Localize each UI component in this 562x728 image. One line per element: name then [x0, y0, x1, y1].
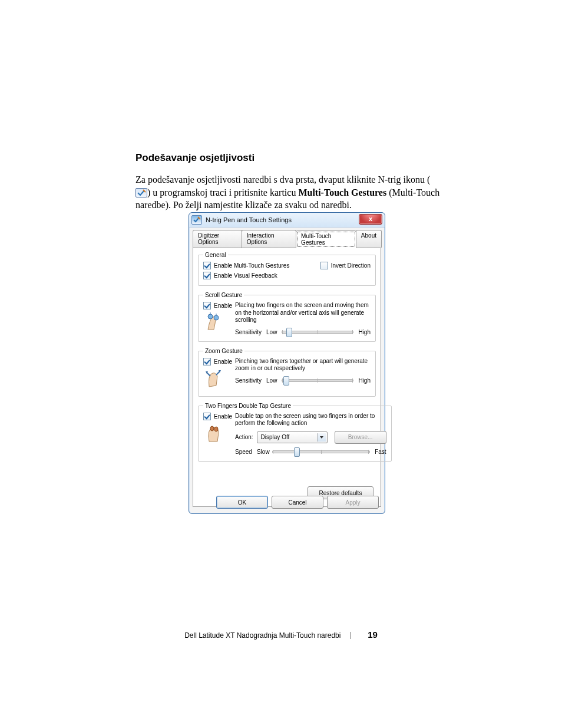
ntrig-app-icon: [191, 215, 202, 225]
svg-point-2: [208, 314, 213, 319]
scroll-sensitivity-slider[interactable]: [282, 331, 353, 334]
fast-label: Fast: [375, 449, 386, 455]
tab-interaction-options[interactable]: Interaction Options: [242, 230, 296, 248]
paragraph-text: Za podešavanje osjetljivosti naredbi s d…: [135, 174, 430, 185]
close-button[interactable]: x: [359, 214, 382, 225]
checkbox-enable-multitouch[interactable]: [203, 262, 211, 269]
group-legend: General: [203, 252, 228, 258]
tab-panel: General Enable Multi-Touch Gestures Inve…: [193, 248, 381, 507]
checkbox-zoom-enable[interactable]: [203, 358, 211, 365]
dropdown-value: Display Off: [261, 434, 290, 440]
checkbox-label: Enable Visual Feedback: [214, 272, 277, 279]
checkbox-scroll-enable[interactable]: [203, 302, 211, 309]
high-label: High: [358, 377, 371, 384]
page-number: 19: [368, 630, 378, 640]
paragraph-bold: Multi-Touch Gestures: [298, 187, 386, 197]
chevron-down-icon: [317, 433, 326, 442]
doubletap-description: Double tap on the screen using two finge…: [235, 413, 386, 427]
zoom-description: Pinching two fingers together or apart w…: [235, 358, 371, 373]
tab-digitizer-options[interactable]: Digitizer Options: [193, 230, 242, 248]
checkbox-label: Enable: [214, 302, 232, 309]
group-double-tap-gesture: Two Fingers Double Tap Gesture Enable Do…: [198, 403, 392, 462]
close-icon: x: [369, 215, 372, 222]
browse-button[interactable]: Browse...: [335, 431, 386, 444]
checkbox-enable-visual-feedback[interactable]: [203, 272, 211, 279]
zoom-gesture-icon: [203, 368, 224, 389]
tab-row: Digitizer Options Interaction Options Mu…: [189, 228, 385, 248]
svg-point-3: [214, 315, 219, 320]
checkbox-label: Enable: [214, 358, 232, 365]
tab-multi-touch-gestures[interactable]: Multi-Touch Gestures: [296, 230, 356, 248]
group-zoom-gesture: Zoom Gesture Enable Pinching two fi: [198, 348, 376, 397]
page-footer: Dell Latitude XT Nadogradnja Multi-Touch…: [0, 630, 562, 640]
group-legend: Scroll Gesture: [203, 292, 244, 298]
tab-about[interactable]: About: [356, 230, 382, 248]
footer-text: Dell Latitude XT Nadogradnja Multi-Touch…: [184, 631, 340, 640]
scroll-description: Placing two fingers on the screen and mo…: [235, 302, 371, 324]
cancel-button[interactable]: Cancel: [272, 496, 323, 509]
action-label: Action:: [235, 434, 253, 440]
high-label: High: [358, 329, 371, 335]
dialog-buttons: OK Cancel Apply: [216, 496, 379, 509]
ok-button[interactable]: OK: [216, 496, 268, 509]
group-legend: Zoom Gesture: [203, 348, 244, 354]
checkbox-label: Enable Multi-Touch Gestures: [214, 262, 289, 269]
checkbox-doubletap-enable[interactable]: [203, 413, 211, 420]
apply-button[interactable]: Apply: [327, 496, 379, 509]
checkbox-invert-direction[interactable]: [320, 262, 328, 269]
low-label: Low: [266, 329, 277, 335]
section-heading: Podešavanje osjetljivosti: [135, 152, 442, 164]
scroll-gesture-icon: [203, 312, 224, 333]
action-dropdown[interactable]: Display Off: [257, 431, 328, 443]
checkbox-label: Enable: [214, 413, 232, 420]
paragraph-text: ) u programskoj traci i pritisnite karti…: [147, 187, 298, 197]
slow-label: Slow: [257, 449, 267, 455]
group-general: General Enable Multi-Touch Gestures Inve…: [198, 252, 376, 286]
ntrig-tray-icon: [135, 188, 147, 197]
window-title: N-trig Pen and Touch Settings: [206, 216, 292, 223]
title-bar[interactable]: N-trig Pen and Touch Settings x: [189, 213, 385, 228]
speed-label: Speed: [235, 449, 252, 455]
sensitivity-label: Sensitivity: [235, 377, 262, 384]
group-legend: Two Fingers Double Tap Gesture: [203, 403, 293, 409]
document-content: Podešavanje osjetljivosti Za podešavanje…: [135, 152, 442, 221]
zoom-sensitivity-slider[interactable]: [282, 379, 353, 382]
low-label: Low: [266, 377, 277, 384]
svg-point-7: [214, 427, 218, 431]
settings-dialog: N-trig Pen and Touch Settings x Digitize…: [189, 212, 385, 514]
group-scroll-gesture: Scroll Gesture Enable Placing two f: [198, 292, 376, 342]
checkbox-label: Invert Direction: [331, 262, 371, 269]
section-paragraph: Za podešavanje osjetljivosti naredbi s d…: [135, 173, 442, 212]
doubletap-speed-slider[interactable]: [272, 450, 370, 453]
footer-separator: [350, 632, 351, 639]
svg-point-6: [210, 426, 214, 431]
double-tap-gesture-icon: [203, 423, 224, 444]
sensitivity-label: Sensitivity: [235, 329, 262, 335]
